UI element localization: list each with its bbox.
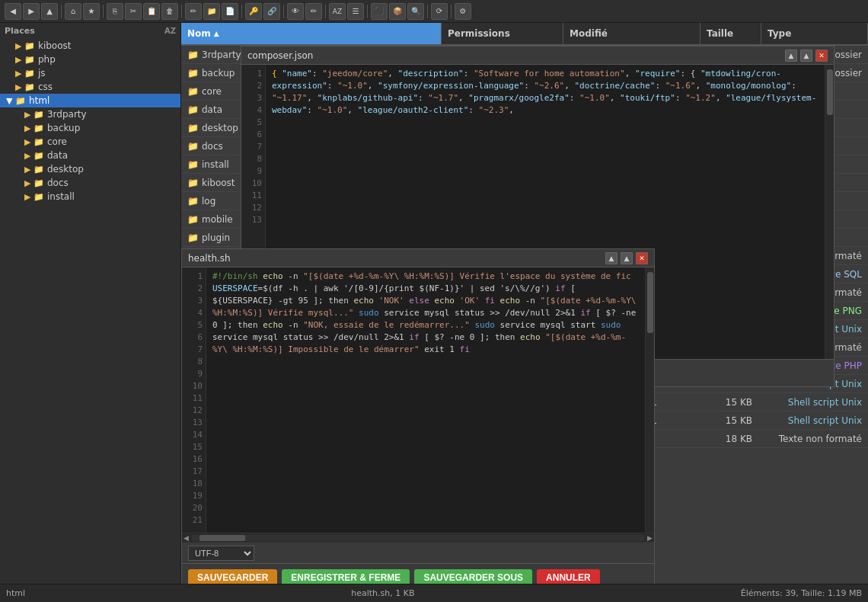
- filename: docs: [202, 141, 223, 152]
- sidebar-item-docs[interactable]: ▶ 📁 docs: [0, 176, 180, 190]
- prefs-btn[interactable]: ⚙: [455, 3, 471, 20]
- sync-btn[interactable]: ⟳: [431, 3, 448, 20]
- scrollbar-thumb[interactable]: [827, 69, 833, 115]
- newfile-btn[interactable]: 📄: [222, 3, 238, 20]
- sidebar-item-backup[interactable]: ▶ 📁 backup: [0, 121, 180, 135]
- folder-icon: 📁: [187, 68, 199, 78]
- back-btn[interactable]: ◀: [5, 3, 21, 20]
- sidebar-item-install[interactable]: ▶ 📁 install: [0, 190, 180, 203]
- cut-btn[interactable]: ✂: [125, 3, 142, 20]
- scroll-up2-health-btn[interactable]: ▲: [621, 252, 633, 264]
- sidebar-label-3rdparty: 3rdparty: [47, 109, 87, 120]
- delete-btn[interactable]: 🗑: [161, 3, 178, 20]
- col-taille[interactable]: Taille: [700, 23, 761, 44]
- archive-btn[interactable]: 📦: [389, 3, 406, 20]
- newfolder-btn[interactable]: 📁: [203, 3, 220, 20]
- sidebar-item-core[interactable]: ▶ 📁 core: [0, 135, 180, 149]
- sidebar-item-php[interactable]: ▶ 📁 php: [0, 53, 180, 66]
- col-permissions[interactable]: Permissions: [442, 23, 563, 44]
- scroll-up2-btn[interactable]: ▲: [800, 50, 812, 62]
- folder-icon: ▶ 📁: [24, 151, 44, 161]
- permissions-btn[interactable]: 🔑: [245, 3, 262, 20]
- home-btn[interactable]: ⌂: [65, 3, 81, 20]
- status-bar: html health.sh, 1 KB Éléments: 39, Taill…: [0, 584, 868, 602]
- search-btn[interactable]: 🔍: [407, 3, 424, 20]
- save-as-btn-health[interactable]: SAUVEGARDER SOUS: [414, 569, 532, 584]
- sidebar-label-html: html: [29, 95, 49, 106]
- copy-btn[interactable]: ⎘: [107, 3, 123, 20]
- save-close-btn-health[interactable]: ENREGISTRER & FERME: [282, 569, 410, 584]
- col-taille-label: Taille: [707, 28, 733, 39]
- sidebar-item-data[interactable]: ▶ 📁 data: [0, 149, 180, 162]
- sidebar-item-js[interactable]: ▶ 📁 js: [0, 66, 180, 80]
- scroll-up-health-btn[interactable]: ▲: [605, 252, 617, 264]
- terminal-btn[interactable]: ⬛: [371, 3, 388, 20]
- col-nom-label: Nom: [187, 28, 211, 39]
- code-area-health[interactable]: #!/bin/sh echo -n "[$(date +%d-%m-%Y\ %H…: [206, 267, 645, 533]
- rename-btn[interactable]: ✏: [185, 3, 202, 20]
- col-modifie-label: Modifié: [570, 28, 608, 39]
- col-type[interactable]: Type: [761, 23, 868, 44]
- filename: plugin: [202, 232, 230, 243]
- file-area: Nom ▲ Permissions Modifié Taille Type 📁3…: [181, 23, 868, 584]
- editor-health[interactable]: health.sh ▲ ▲ ✕ 12345 678910 1112131415 …: [181, 248, 655, 584]
- sidebar-item-3rdparty[interactable]: ▶ 📁 3rdparty: [0, 107, 180, 121]
- col-type-label: Type: [767, 28, 791, 39]
- scrollbar-v-composer[interactable]: [825, 65, 834, 359]
- places-label: Places: [5, 26, 35, 36]
- edit-btn[interactable]: ✏: [305, 3, 322, 20]
- sidebar-item-desktop[interactable]: ▶ 📁 desktop: [0, 162, 180, 176]
- filename: core: [202, 86, 222, 97]
- sidebar-label-core: core: [47, 136, 67, 147]
- folder-icon: 📁: [187, 86, 199, 97]
- up-btn[interactable]: ▲: [41, 3, 58, 20]
- hscroll-track[interactable]: [192, 535, 644, 541]
- view-btn[interactable]: ☰: [347, 3, 364, 20]
- filename: data: [202, 104, 222, 115]
- editor-composer-title: composer.json: [247, 50, 313, 61]
- close-health-btn[interactable]: ✕: [636, 252, 648, 264]
- taille-cell: 18 KB: [700, 434, 761, 444]
- folder-icon: 📁: [187, 159, 199, 170]
- hscroll-right[interactable]: ▶: [647, 534, 653, 542]
- hscroll-thumb[interactable]: [199, 535, 245, 541]
- sidebar-label-data: data: [47, 150, 68, 161]
- sidebar-item-css[interactable]: ▶ 📁 css: [0, 80, 180, 94]
- forward-btn[interactable]: ▶: [23, 3, 40, 20]
- editor-health-body: 12345 678910 1112131415 1617181920 21 #!…: [182, 267, 654, 533]
- sidebar-item-kiboost[interactable]: ▶ 📁 kiboost: [0, 39, 180, 53]
- col-nom[interactable]: Nom ▲: [181, 23, 442, 44]
- sep1: [61, 5, 62, 18]
- hscroll-health: ◀ ▶: [182, 533, 654, 542]
- type-cell: Texte non formaté: [761, 434, 868, 444]
- editor-health-title: health.sh: [188, 253, 231, 264]
- col-modifie[interactable]: Modifié: [563, 23, 700, 44]
- symlink-btn[interactable]: 🔗: [263, 3, 280, 20]
- main-area: Places AZ ▶ 📁 kiboost ▶ 📁 php ▶ 📁 js ▶ 📁…: [0, 23, 868, 584]
- close-editor-btn[interactable]: ✕: [815, 50, 828, 62]
- paste-btn[interactable]: 📋: [143, 3, 160, 20]
- sidebar-item-html[interactable]: ▼ 📁 html: [0, 94, 180, 107]
- taille-cell: 15 KB: [700, 397, 761, 408]
- encoding-select[interactable]: UTF-8 ISO-8859-1 ASCII: [188, 546, 254, 561]
- folder-icon: 📁: [187, 232, 199, 243]
- bookmark-btn[interactable]: ★: [83, 3, 100, 20]
- sort-btn[interactable]: AZ: [329, 3, 346, 20]
- filename: 3rdparty: [202, 50, 241, 60]
- folder-icon: ▶ 📁: [15, 55, 35, 65]
- scroll-up-btn[interactable]: ▲: [785, 50, 797, 62]
- az-icon: AZ: [164, 27, 176, 35]
- scrollbar-thumb-health[interactable]: [647, 272, 653, 333]
- sep8: [427, 5, 428, 18]
- hscroll-left[interactable]: ◀: [183, 534, 189, 542]
- folder-icon: ▶ 📁: [24, 178, 44, 188]
- scrollbar-v-health[interactable]: [645, 267, 654, 533]
- file-list-header: Nom ▲ Permissions Modifié Taille Type: [181, 23, 868, 46]
- save-btn-health[interactable]: SAUVEGARDER: [188, 569, 277, 584]
- filename: install: [202, 159, 229, 170]
- preview-btn[interactable]: 👁: [287, 3, 304, 20]
- filename: mobile: [202, 214, 233, 225]
- encoding-bar: UTF-8 ISO-8859-1 ASCII: [182, 542, 654, 563]
- line-numbers-health: 12345 678910 1112131415 1617181920 21: [182, 267, 206, 533]
- cancel-btn-health[interactable]: ANNULER: [537, 569, 600, 584]
